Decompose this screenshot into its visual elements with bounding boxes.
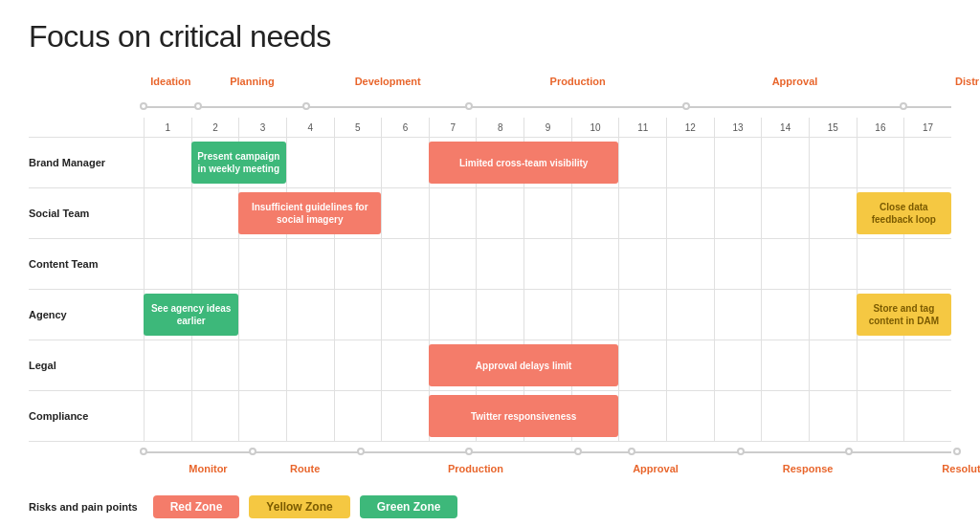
grid-cell (238, 340, 286, 390)
grid-cell (809, 290, 857, 340)
col-number-9: 9 (523, 118, 571, 137)
numbers-row: 1234567891011121314151617 (29, 118, 951, 137)
grid-cell (476, 188, 523, 238)
grid-cell (191, 391, 239, 441)
grid-cell (191, 188, 239, 238)
grid-cell (334, 290, 382, 340)
col-number-5: 5 (334, 118, 382, 137)
card-red: Approval delays limit (429, 344, 619, 386)
phase-label-distribution: Distribution (955, 76, 980, 87)
grid-cell (761, 138, 809, 187)
grid-row-content-team: Content Team (29, 239, 951, 290)
grid-cells: Insufficient guidelines for social image… (144, 188, 951, 238)
grid-cell (714, 239, 762, 289)
bottom-phase-row: MonitorRouteProductionApprovalResponseRe… (29, 461, 951, 482)
bottom-timeline-dot (140, 448, 147, 455)
col-number-3: 3 (238, 118, 286, 137)
grid-cell (286, 138, 334, 187)
grid-row-compliance: ComplianceTwitter responsiveness (29, 391, 951, 442)
phase-header-row: IdeationPlanningDevelopmentProductionApp… (29, 72, 951, 99)
card-yellow: Store and tag content in DAM (857, 294, 951, 336)
grid-row-agency: AgencySee agency ideas earlierStore and … (29, 290, 951, 340)
grid-cell (903, 340, 951, 390)
row-label: Social Team (29, 202, 144, 225)
grid-cell (618, 239, 666, 289)
bottom-timeline-dot (628, 448, 635, 455)
phase-label-development: Development (355, 76, 421, 87)
grid-cell (191, 340, 239, 390)
col-number-8: 8 (476, 118, 523, 137)
grid-cell (238, 391, 286, 441)
grid-cell (144, 340, 191, 390)
timeline-dot (465, 102, 473, 110)
grid-cells: See agency ideas earlierStore and tag co… (144, 290, 951, 340)
grid-cell (618, 391, 666, 441)
grid-cell (618, 138, 666, 187)
grid-row-brand-manager: Brand ManagerPresent campaign in weekly … (29, 138, 951, 188)
grid-cell (523, 239, 571, 289)
grid-cell (714, 138, 762, 187)
col-number-6: 6 (381, 118, 429, 137)
grid-cell (666, 239, 714, 289)
legend-row: Risks and pain points Red Zone Yellow Zo… (29, 495, 951, 518)
grid-cell (144, 391, 191, 441)
grid-cell (903, 138, 951, 187)
grid-cell (476, 239, 523, 289)
phase-label-planning: Planning (230, 76, 274, 87)
grid-cell (714, 290, 762, 340)
grid-cell (714, 340, 762, 390)
bottom-phase-label-monitor: Monitor (189, 463, 227, 474)
timeline-dot (682, 102, 690, 110)
legend-title: Risks and pain points (29, 501, 138, 513)
grid-row-legal: LegalApproval delays limit (29, 340, 951, 391)
col-number-12: 12 (666, 118, 714, 137)
grid-cell (903, 239, 951, 289)
grid-cell (381, 138, 429, 187)
grid-cell (381, 391, 429, 441)
grid-cell (857, 391, 904, 441)
col-number-11: 11 (618, 118, 666, 137)
col-number-1: 1 (144, 118, 191, 137)
timeline-dot (302, 102, 310, 110)
grid-cell (666, 188, 714, 238)
grid-cell (857, 340, 904, 390)
col-number-16: 16 (857, 118, 904, 137)
grid-cell (809, 340, 857, 390)
grid-cell (429, 290, 477, 340)
bottom-timeline (29, 444, 951, 461)
grid-cell (286, 290, 334, 340)
bottom-timeline-dot (953, 448, 961, 455)
col-number-17: 17 (903, 118, 951, 137)
green-zone-badge: Green Zone (360, 495, 458, 518)
grid-cell (334, 391, 382, 441)
card-red: Insufficient guidelines for social image… (238, 192, 381, 234)
grid-cell (809, 391, 857, 441)
grid-cell (761, 239, 809, 289)
grid-cell (666, 391, 714, 441)
grid-cell (238, 290, 286, 340)
grid-cell (429, 239, 477, 289)
grid-cell (618, 290, 666, 340)
bottom-phase-label-response: Response (783, 463, 834, 474)
grid-cells: Approval delays limit (144, 340, 951, 390)
grid-cells: Present campaign in weekly meetingLimite… (144, 138, 951, 187)
grid-cell (523, 188, 571, 238)
col-number-14: 14 (761, 118, 809, 137)
grid-cell (714, 391, 762, 441)
row-label: Agency (29, 303, 144, 326)
col-number-4: 4 (286, 118, 334, 137)
col-number-2: 2 (191, 118, 239, 137)
bottom-phase-label-route: Route (290, 463, 320, 474)
grid-cell (761, 290, 809, 340)
grid-cell (761, 188, 809, 238)
card-green: Present campaign in weekly meeting (191, 142, 286, 184)
grid-cell (286, 239, 334, 289)
grid-cell (523, 290, 571, 340)
timeline-dot (900, 102, 907, 110)
bottom-timeline-dot (249, 448, 256, 455)
grid-cell (761, 340, 809, 390)
col-number-15: 15 (809, 118, 857, 137)
bottom-timeline-dot (737, 448, 745, 455)
top-timeline (29, 99, 951, 116)
grid-cell (334, 239, 382, 289)
